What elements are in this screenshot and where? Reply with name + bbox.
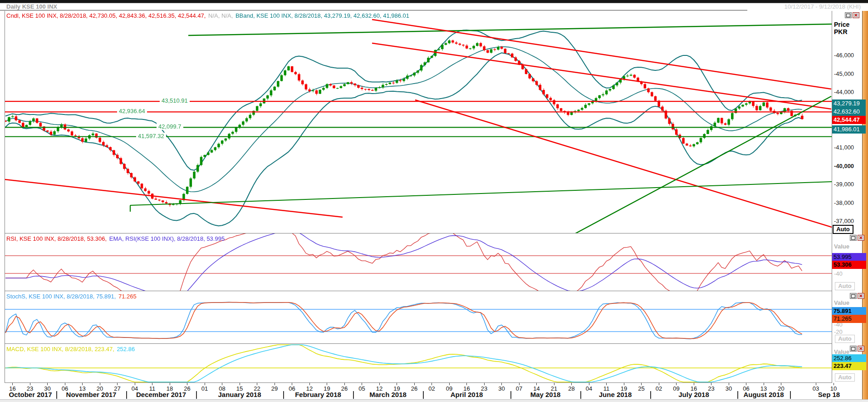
macd-pane-close-button-icon[interactable]: ✕ xyxy=(858,346,864,352)
month-divider xyxy=(650,391,651,399)
month-divider xyxy=(580,391,581,399)
month-label: May 2018 xyxy=(510,391,580,398)
price-value-badge: 42,632.60 xyxy=(832,108,866,116)
restore-icon xyxy=(851,347,855,351)
price-tick-label: -46,000 xyxy=(834,52,854,59)
stoch-pane-close-button-icon[interactable]: ✕ xyxy=(858,293,864,299)
month-label: November 2017 xyxy=(56,391,126,398)
stoch-value-badge: 75.891 xyxy=(832,307,866,315)
rsi-axis-auto-button[interactable]: Auto xyxy=(835,282,855,290)
month-label: February 2018 xyxy=(283,391,353,398)
sr-line-label: 43,510.91 xyxy=(160,97,190,104)
legend-bband: BBand, KSE 100 INX, 8/28/2018, 43,279.19… xyxy=(235,12,409,19)
rsi-legend: RSI, KSE 100 INX, 8/28/2018, 53.306, EMA… xyxy=(6,235,226,242)
rsi-pane-canvas[interactable] xyxy=(5,233,832,291)
month-divider xyxy=(56,391,57,399)
rsi-pane-minimize-button-icon[interactable] xyxy=(850,235,857,241)
price-tick-label: -37,000 xyxy=(834,218,854,224)
legend-candle: Cndl, KSE 100 INX, 8/28/2018, 42,730.05,… xyxy=(6,12,206,19)
restore-icon xyxy=(846,14,850,17)
month-divider xyxy=(353,391,354,399)
rsi-value-badge: 53.306 xyxy=(832,261,866,269)
main-pane-minimize-button-icon[interactable] xyxy=(845,12,852,18)
stoch-value-badge: 71.265 xyxy=(832,315,866,323)
stoch-legend: StochS, KSE 100 INX, 8/28/2018, 75.891, … xyxy=(6,293,137,300)
month-divider xyxy=(126,391,127,399)
legend-stoch-d: 71.265 xyxy=(118,293,137,300)
price-axis-header: Price PKR xyxy=(834,21,849,35)
month-label: October 2017 xyxy=(5,391,56,398)
price-axis-header-pkr: PKR xyxy=(834,28,849,35)
legend-rsi: RSI, KSE 100 INX, 8/28/2018, 53.306, xyxy=(6,235,107,242)
month-label: July 2018 xyxy=(650,391,737,398)
price-tick-label: -41,000 xyxy=(834,144,854,151)
legend-stoch: StochS, KSE 100 INX, 8/28/2018, 75.891, xyxy=(6,293,116,300)
stoch-tick-label: -20 xyxy=(834,328,843,335)
month-divider xyxy=(737,391,738,399)
main-chart-legend: Cndl, KSE 100 INX, 8/28/2018, 42,730.05,… xyxy=(6,12,410,19)
macd-pane-minimize-button-icon[interactable] xyxy=(850,346,857,352)
price-chart-canvas[interactable] xyxy=(5,11,832,233)
price-tick-label: -45,000 xyxy=(834,70,854,77)
pane-divider xyxy=(5,233,832,233)
price-tick-label: -44,000 xyxy=(834,89,854,95)
month-divider xyxy=(423,391,424,399)
stoch-axis-title: Value xyxy=(834,299,849,306)
legend-rsi-ema: EMA, RSI(KSE 100 INX), 8/28/2018, 53.995 xyxy=(109,235,225,242)
window-bottom-edge xyxy=(0,399,868,402)
price-tick-label: -38,000 xyxy=(834,199,854,206)
month-label: June 2018 xyxy=(580,391,650,398)
chart-window: Daily KSE 100 INX 10/12/2017 - 9/12/2018… xyxy=(0,0,868,402)
macd-value-badge: 223.47 xyxy=(832,362,866,370)
sr-line-label: 41,597.32 xyxy=(136,133,166,139)
month-divider xyxy=(790,391,791,399)
macd-legend: MACD, KSE 100 INX, 8/28/2018, 223.47, 25… xyxy=(6,346,136,352)
price-value-badge: 41,986.01 xyxy=(832,125,866,134)
month-divider xyxy=(510,391,511,399)
chart-date-range: 10/12/2017 - 9/12/2018 (KHI) xyxy=(785,3,861,10)
month-divider xyxy=(196,391,197,399)
month-label: August 2018 xyxy=(737,391,790,398)
sr-line-label: 42,936.64 xyxy=(117,108,147,114)
legend-na: N/A, N/A, xyxy=(208,12,233,19)
price-tick-label: -40,000 xyxy=(834,163,854,169)
sr-line-label: 42,099.7 xyxy=(157,123,183,130)
month-label: April 2018 xyxy=(423,391,510,398)
restore-icon xyxy=(851,236,855,240)
pane-divider xyxy=(5,382,832,383)
plot-left-border xyxy=(5,11,5,383)
price-value-badge: 43,279.19 xyxy=(832,99,866,108)
price-axis-auto-button[interactable]: Auto xyxy=(833,225,853,234)
month-label: March 2018 xyxy=(353,391,423,398)
legend-macd-signal: 252.86 xyxy=(117,346,135,352)
rsi-tick-label: -40 xyxy=(834,270,843,277)
month-label: January 2018 xyxy=(196,391,283,398)
chart-title: Daily KSE 100 INX xyxy=(6,3,57,10)
rsi-value-badge: 53.995 xyxy=(832,253,866,261)
price-value-badge: 42,544.47 xyxy=(832,116,866,124)
pane-divider xyxy=(5,291,832,291)
month-label: December 2017 xyxy=(126,391,196,398)
plot-right-border xyxy=(832,11,832,383)
macd-axis-auto-button[interactable]: Auto xyxy=(835,373,855,382)
month-label: Sep 18 xyxy=(790,391,868,398)
rsi-pane-close-button-icon[interactable]: ✕ xyxy=(858,235,864,241)
legend-macd: MACD, KSE 100 INX, 8/28/2018, 223.47, xyxy=(6,346,114,352)
pane-divider xyxy=(5,343,832,344)
price-axis-header-price: Price xyxy=(834,21,849,28)
window-top-edge xyxy=(0,0,868,3)
macd-value-badge: 252.86 xyxy=(832,354,866,362)
restore-icon xyxy=(851,294,855,298)
month-divider xyxy=(283,391,284,399)
title-underline xyxy=(0,10,747,10)
window-right-edge xyxy=(862,11,868,399)
rsi-axis-title: Value xyxy=(834,243,849,250)
stoch-pane-minimize-button-icon[interactable] xyxy=(850,293,857,299)
price-tick-label: -39,000 xyxy=(834,181,854,188)
main-pane-close-button-icon[interactable]: ✕ xyxy=(853,12,859,18)
stoch-axis-auto-button[interactable]: Auto xyxy=(835,335,855,343)
